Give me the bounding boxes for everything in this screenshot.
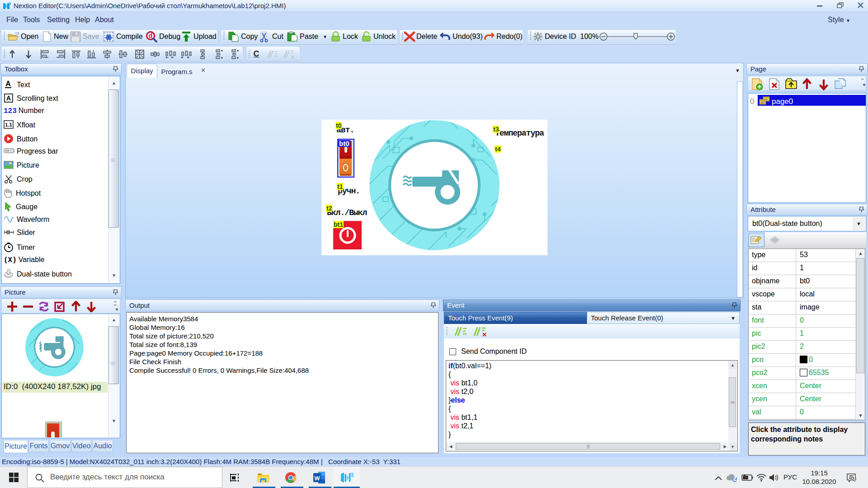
svg-text:A: A bbox=[6, 94, 11, 102]
svg-text:W: W bbox=[314, 475, 320, 482]
svg-text:e: e bbox=[761, 100, 763, 105]
svg-text:d: d bbox=[149, 32, 153, 39]
svg-text:1.1: 1.1 bbox=[5, 122, 12, 127]
svg-text:A: A bbox=[5, 80, 11, 88]
